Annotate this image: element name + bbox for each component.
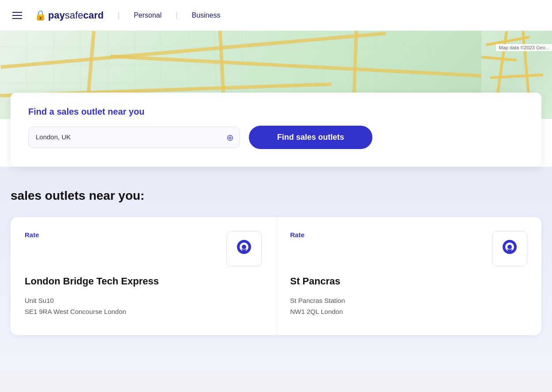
map-credit: Map data ©2023 Geo... [496, 44, 552, 51]
logo: 🔒 paysafecard [34, 10, 104, 21]
card-top-2: Rate [290, 231, 528, 266]
rate-label-2: Rate [290, 231, 305, 239]
rate-label-1: Rate [25, 231, 39, 239]
outlet-card-2: Rate St Pancras St Pancras Station NW1 2… [276, 217, 542, 335]
map-pin-icon-2 [492, 231, 527, 266]
address-line2-2: NW1 2QL London [290, 306, 528, 317]
find-sales-outlets-button[interactable]: Find sales outlets [249, 126, 372, 149]
nav-separator: | [176, 11, 177, 19]
svg-point-5 [507, 245, 512, 249]
nav-divider: | [118, 11, 120, 19]
lock-icon: 🔒 [34, 10, 46, 21]
location-icon[interactable]: ⊕ [226, 132, 234, 143]
find-title: Find a sales outlet near you [28, 107, 524, 117]
outlet-name-2: St Pancras [290, 275, 528, 288]
results-title: sales outlets near you: [11, 189, 541, 203]
outlet-address-1: Unit Su10 SE1 9RA West Concourse London [25, 295, 262, 317]
search-input-wrapper: ⊕ [28, 127, 240, 148]
svg-point-2 [242, 245, 246, 249]
pin-svg-2 [499, 238, 520, 259]
results-inner: sales outlets near you: Rate London [0, 167, 552, 353]
card-top-1: Rate [25, 231, 262, 266]
outlet-name-1: London Bridge Tech Express [25, 275, 262, 288]
nav-business[interactable]: Business [192, 11, 220, 19]
pin-svg-1 [233, 238, 255, 259]
map-pin-icon-1 [226, 231, 262, 266]
logo-text: paysafecard [48, 10, 104, 21]
address-line1-1: Unit Su10 [25, 295, 262, 306]
results-section: sales outlets near you: Rate London [0, 167, 552, 370]
outlets-grid: Rate London Bridge Tech Express Unit Su1… [11, 217, 541, 335]
search-input[interactable] [28, 127, 240, 148]
outlet-address-2: St Pancras Station NW1 2QL London [290, 295, 528, 317]
search-panel-inner: ⊕ Find sales outlets [28, 126, 524, 149]
address-line2-1: SE1 9RA West Concourse London [25, 306, 262, 317]
outlet-card-1: Rate London Bridge Tech Express Unit Su1… [11, 217, 276, 335]
header: 🔒 paysafecard | Personal | Business [0, 0, 552, 31]
address-line1-2: St Pancras Station [290, 295, 528, 306]
menu-button[interactable] [11, 10, 24, 21]
nav-personal[interactable]: Personal [134, 11, 161, 19]
search-panel: Find a sales outlet near you ⊕ Find sale… [11, 93, 541, 167]
